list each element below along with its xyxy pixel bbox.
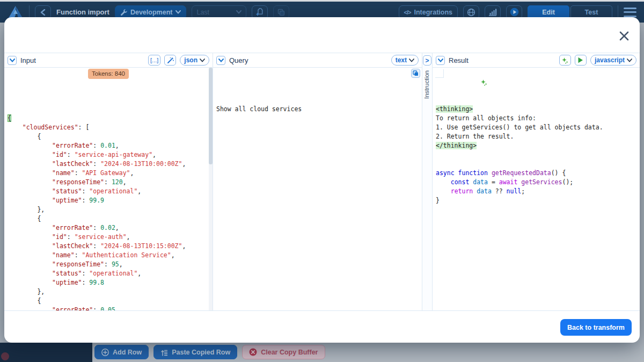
- chevron-down-icon: [175, 10, 181, 14]
- transform-editor-modal: Input [...] json Tokens: 840 { "cloudSer…: [4, 17, 640, 343]
- copy-icon: [413, 70, 419, 76]
- expand-instruction-button[interactable]: >: [423, 55, 431, 66]
- plus-circle-icon: [101, 349, 109, 356]
- query-format-select[interactable]: text: [391, 55, 419, 66]
- instruction-tab[interactable]: Instruction: [423, 70, 430, 99]
- page-title: Function import: [56, 8, 109, 16]
- input-panel: Input [...] json Tokens: 840 { "cloudSer…: [4, 53, 213, 310]
- sparkle-icon: [561, 57, 568, 64]
- paste-copied-row-label: Paste Copied Row: [172, 349, 230, 356]
- result-panel-title: Result: [449, 56, 469, 64]
- magic-wand-icon: [167, 57, 174, 64]
- collapse-result-button[interactable]: [436, 56, 445, 65]
- collapse-input-button[interactable]: [8, 56, 17, 65]
- clear-copy-buffer-button[interactable]: Clear Copy Buffer: [242, 345, 325, 359]
- x-circle-icon: [249, 348, 257, 356]
- copy-query-button[interactable]: [411, 69, 420, 78]
- collapse-json-button[interactable]: [...]: [148, 55, 160, 66]
- result-code-editor[interactable]: <thinking>To return all objects info:1. …: [433, 68, 640, 310]
- chevron-down-icon: [10, 59, 15, 62]
- chevron-down-icon: [236, 10, 241, 14]
- input-scrollbar[interactable]: [209, 68, 213, 310]
- query-panel-header: Query text: [213, 53, 422, 68]
- add-row-button[interactable]: Add Row: [94, 345, 149, 359]
- input-format-value: json: [184, 56, 197, 64]
- result-panel-header: Result javascript: [433, 53, 640, 68]
- format-wand-button[interactable]: [164, 55, 176, 66]
- copy-icon: [277, 9, 285, 16]
- query-panel: Query text Show all cloud services: [213, 53, 422, 310]
- chevron-down-icon: [627, 59, 632, 62]
- editor-panels: Input [...] json Tokens: 840 { "cloudSer…: [4, 53, 640, 311]
- development-label: Development: [130, 9, 173, 16]
- add-row-label: Add Row: [113, 349, 142, 356]
- close-icon[interactable]: [618, 30, 630, 42]
- query-panel-title: Query: [229, 56, 248, 64]
- last-select-value: Last: [196, 9, 209, 16]
- input-panel-title: Input: [20, 56, 36, 64]
- input-json-editor[interactable]: Tokens: 840 { "cloudServices": [ { "erro…: [4, 68, 213, 310]
- query-format-value: text: [396, 56, 407, 64]
- menu-icon[interactable]: [624, 8, 636, 17]
- run-result-button[interactable]: [575, 55, 587, 66]
- instruction-strip: > Instruction: [422, 53, 433, 310]
- chevron-down-icon: [218, 59, 224, 62]
- clear-copy-buffer-label: Clear Copy Buffer: [261, 349, 318, 356]
- play-icon: [577, 57, 583, 63]
- bottom-toolbar: Add Row Paste Copied Row Clear Copy Buff…: [0, 343, 644, 362]
- paste-copied-row-button[interactable]: Paste Copied Row: [153, 345, 237, 359]
- integrations-label: Integrations: [414, 9, 452, 16]
- tag-plus-icon: [256, 8, 264, 16]
- chevron-down-icon: [200, 59, 205, 62]
- result-format-select[interactable]: javascript: [590, 55, 636, 66]
- play-circle-icon: [510, 8, 519, 17]
- wrench-icon: [120, 9, 127, 16]
- tokens-badge: Tokens: 840: [88, 69, 129, 79]
- ai-inline-sparkle-icon[interactable]: [435, 69, 444, 78]
- input-format-select[interactable]: json: [180, 55, 209, 66]
- globe-icon: [467, 8, 475, 17]
- bar-chart-icon: [488, 9, 497, 16]
- code-brackets-icon: </>: [404, 9, 411, 16]
- chevron-down-icon: [409, 59, 414, 62]
- back-to-transform-button[interactable]: Back to transform: [560, 319, 632, 336]
- chevron-left-icon: [40, 9, 46, 16]
- sidebar-footer: [0, 343, 92, 362]
- query-text-editor[interactable]: Show all cloud services: [213, 68, 422, 310]
- notification-dot-icon: [1, 352, 9, 360]
- app-stage: Function import Development Last </> Int…: [0, 0, 644, 362]
- ai-generate-button[interactable]: [559, 55, 571, 66]
- chevron-down-icon: [438, 59, 443, 62]
- input-panel-header: Input [...] json: [4, 53, 213, 68]
- result-panel: Result javascript: [433, 53, 640, 310]
- result-format-value: javascript: [595, 56, 625, 64]
- paste-rows-icon: [160, 349, 168, 356]
- collapse-query-button[interactable]: [216, 56, 225, 65]
